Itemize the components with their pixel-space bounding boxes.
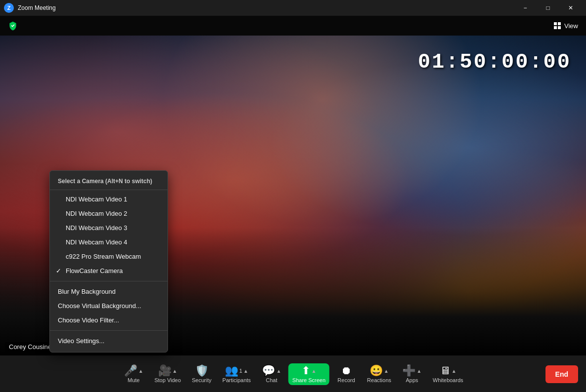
participants-icon-row: 👥 1 ▲ bbox=[225, 365, 248, 376]
mute-label: Mute bbox=[127, 377, 139, 383]
stop-video-button[interactable]: 🎥 ▲ Stop Video bbox=[150, 363, 185, 385]
toolbar: 🎤 ▲ Mute 🎥 ▲ Stop Video 🛡️ Security 👥 1 bbox=[0, 356, 586, 392]
whiteboards-icon: 🖥 bbox=[440, 365, 451, 376]
reactions-icon-row: 😀 ▲ bbox=[370, 365, 389, 376]
share-screen-button[interactable]: ⬆ ▲ Share Screen bbox=[289, 363, 330, 385]
video-settings[interactable]: Video Settings... bbox=[50, 334, 167, 348]
apps-icon-row: ➕ ▲ bbox=[402, 365, 421, 376]
security-icon-row: 🛡️ bbox=[195, 365, 209, 376]
toolbar-center: 🎤 ▲ Mute 🎥 ▲ Stop Video 🛡️ Security 👥 1 bbox=[119, 363, 467, 385]
svg-rect-1 bbox=[558, 22, 561, 25]
apps-label: Apps bbox=[406, 377, 418, 383]
participants-label: Participants bbox=[222, 377, 251, 383]
whiteboards-button[interactable]: 🖥 ▲ Whiteboards bbox=[429, 363, 467, 385]
participant-count: 1 bbox=[239, 368, 242, 374]
video-filter[interactable]: Choose Video Filter... bbox=[50, 313, 167, 327]
apps-chevron[interactable]: ▲ bbox=[417, 368, 421, 374]
stop-video-label: Stop Video bbox=[154, 377, 181, 383]
virtual-background[interactable]: Choose Virtual Background... bbox=[50, 299, 167, 313]
reactions-label: Reactions bbox=[367, 377, 391, 383]
svg-rect-2 bbox=[554, 26, 557, 29]
whiteboards-label: Whiteboards bbox=[433, 377, 463, 383]
microphone-icon: 🎤 bbox=[124, 365, 137, 376]
view-label: View bbox=[564, 22, 578, 30]
share-screen-label: Share Screen bbox=[293, 377, 326, 383]
mute-icon-row: 🎤 ▲ bbox=[124, 365, 143, 376]
security-label: Security bbox=[192, 377, 211, 383]
chat-icon-row: 💬 ▲ bbox=[262, 365, 281, 376]
blur-background[interactable]: Blur My Background bbox=[50, 284, 167, 299]
title-bar-controls: − □ ✕ bbox=[514, 0, 582, 16]
reactions-icon: 😀 bbox=[370, 365, 383, 376]
participants-button[interactable]: 👥 1 ▲ Participants bbox=[218, 363, 254, 385]
chat-label: Chat bbox=[266, 377, 277, 383]
camera-option-5[interactable]: c922 Pro Stream Webcam bbox=[50, 249, 167, 264]
minimize-button[interactable]: − bbox=[514, 0, 537, 16]
share-icon-row: ⬆ ▲ bbox=[301, 365, 316, 376]
record-button[interactable]: ⏺ Record bbox=[332, 363, 361, 385]
camera-option-3[interactable]: NDI Webcam Video 3 bbox=[50, 221, 167, 235]
toolbar-right: End bbox=[545, 365, 578, 383]
chat-button[interactable]: 💬 ▲ Chat bbox=[257, 363, 287, 385]
reactions-chevron[interactable]: ▲ bbox=[384, 368, 389, 374]
camera-option-1[interactable]: NDI Webcam Video 1 bbox=[50, 192, 167, 206]
dropdown-divider-1 bbox=[50, 281, 167, 281]
view-button[interactable]: View bbox=[553, 22, 578, 30]
share-chevron[interactable]: ▲ bbox=[311, 368, 316, 374]
security-icon: 🛡️ bbox=[195, 365, 209, 376]
share-screen-icon: ⬆ bbox=[301, 365, 310, 376]
svg-rect-0 bbox=[554, 22, 557, 25]
meeting-timer: 01:50:00:00 bbox=[418, 50, 571, 74]
chat-chevron[interactable]: ▲ bbox=[276, 368, 281, 374]
apps-icon: ➕ bbox=[402, 365, 416, 376]
chat-icon: 💬 bbox=[262, 365, 275, 376]
mute-button[interactable]: 🎤 ▲ Mute bbox=[119, 363, 148, 385]
close-button[interactable]: ✕ bbox=[559, 0, 582, 16]
maximize-button[interactable]: □ bbox=[537, 0, 559, 16]
zoom-logo: Z bbox=[4, 3, 14, 13]
security-button[interactable]: 🛡️ Security bbox=[187, 363, 216, 385]
grid-icon bbox=[553, 22, 561, 30]
participants-chevron[interactable]: ▲ bbox=[243, 368, 248, 374]
video-chevron[interactable]: ▲ bbox=[172, 368, 177, 374]
record-label: Record bbox=[337, 377, 355, 383]
record-icon: ⏺ bbox=[341, 365, 352, 376]
title-bar-left: Z Zoom Meeting bbox=[4, 3, 56, 13]
camera-option-6[interactable]: FlowCaster Camera bbox=[50, 264, 167, 278]
video-icon: 🎥 bbox=[158, 365, 171, 376]
dropdown-divider-2 bbox=[50, 330, 167, 331]
shield-status bbox=[8, 21, 18, 31]
svg-rect-3 bbox=[558, 26, 561, 29]
apps-button[interactable]: ➕ ▲ Apps bbox=[397, 363, 427, 385]
title-bar: Z Zoom Meeting − □ ✕ bbox=[0, 0, 586, 16]
end-button[interactable]: End bbox=[545, 365, 578, 383]
dropdown-header: Select a Camera (Alt+N to switch) bbox=[50, 175, 167, 190]
whiteboards-icon-row: 🖥 ▲ bbox=[440, 365, 457, 376]
reactions-button[interactable]: 😀 ▲ Reactions bbox=[363, 363, 395, 385]
camera-dropdown: Select a Camera (Alt+N to switch) NDI We… bbox=[49, 170, 168, 353]
participants-icon: 👥 bbox=[225, 365, 238, 376]
record-icon-row: ⏺ bbox=[341, 365, 352, 376]
shield-icon bbox=[8, 21, 18, 31]
whiteboards-chevron[interactable]: ▲ bbox=[452, 368, 457, 374]
camera-option-4[interactable]: NDI Webcam Video 4 bbox=[50, 235, 167, 249]
top-bar: View bbox=[0, 16, 586, 36]
video-icon-row: 🎥 ▲ bbox=[158, 365, 177, 376]
camera-option-2[interactable]: NDI Webcam Video 2 bbox=[50, 206, 167, 221]
window-title: Zoom Meeting bbox=[18, 4, 56, 11]
mute-chevron[interactable]: ▲ bbox=[138, 368, 143, 374]
